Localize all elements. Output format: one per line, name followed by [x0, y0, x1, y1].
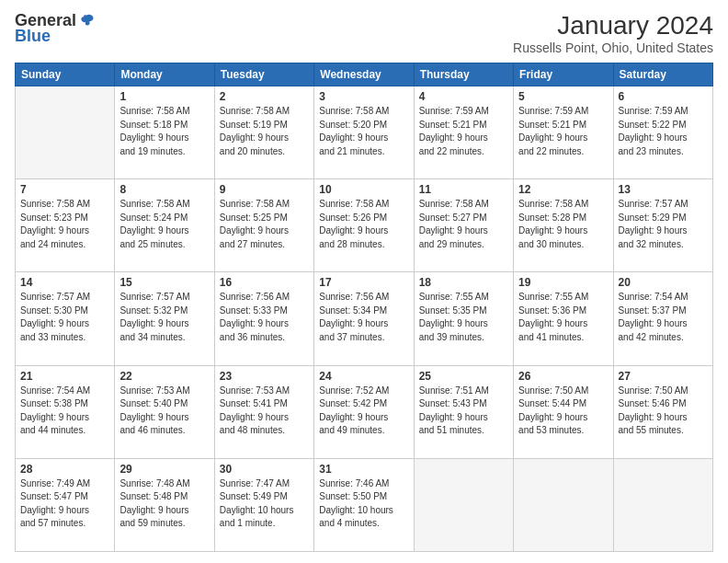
day-info: Sunrise: 7:55 AMSunset: 5:35 PMDaylight:…: [419, 291, 508, 344]
day-number: 27: [619, 370, 708, 383]
col-thursday: Thursday: [414, 63, 513, 86]
day-number: 11: [419, 183, 508, 196]
month-title: January 2024: [513, 11, 713, 40]
col-sunday: Sunday: [16, 63, 115, 86]
day-info: Sunrise: 7:58 AMSunset: 5:27 PMDaylight:…: [419, 198, 508, 251]
col-tuesday: Tuesday: [214, 63, 313, 86]
day-number: 24: [319, 370, 408, 383]
day-number: 7: [20, 183, 109, 196]
day-info: Sunrise: 7:56 AMSunset: 5:33 PMDaylight:…: [220, 291, 309, 344]
day-cell: 26Sunrise: 7:50 AMSunset: 5:44 PMDayligh…: [514, 365, 613, 458]
day-number: 5: [518, 90, 608, 103]
day-number: 25: [419, 370, 508, 383]
day-number: 4: [419, 90, 508, 103]
day-info: Sunrise: 7:57 AMSunset: 5:32 PMDaylight:…: [119, 291, 209, 344]
day-cell: 17Sunrise: 7:56 AMSunset: 5:34 PMDayligh…: [314, 272, 414, 365]
day-cell: 14Sunrise: 7:57 AMSunset: 5:30 PMDayligh…: [16, 272, 115, 365]
day-cell: 12Sunrise: 7:58 AMSunset: 5:28 PMDayligh…: [514, 179, 613, 272]
day-cell: 25Sunrise: 7:51 AMSunset: 5:43 PMDayligh…: [414, 365, 513, 458]
week-row-4: 21Sunrise: 7:54 AMSunset: 5:38 PMDayligh…: [16, 365, 713, 458]
day-info: Sunrise: 7:50 AMSunset: 5:46 PMDaylight:…: [619, 385, 708, 438]
day-info: Sunrise: 7:57 AMSunset: 5:30 PMDaylight:…: [20, 291, 109, 344]
day-info: Sunrise: 7:53 AMSunset: 5:40 PMDaylight:…: [119, 385, 209, 438]
day-number: 6: [619, 90, 708, 103]
day-cell: 29Sunrise: 7:48 AMSunset: 5:48 PMDayligh…: [115, 458, 214, 551]
week-row-1: 1Sunrise: 7:58 AMSunset: 5:18 PMDaylight…: [16, 86, 713, 179]
day-number: 18: [419, 276, 508, 289]
day-info: Sunrise: 7:59 AMSunset: 5:21 PMDaylight:…: [518, 105, 608, 158]
title-area: January 2024 Russells Point, Ohio, Unite…: [513, 11, 713, 55]
day-info: Sunrise: 7:59 AMSunset: 5:21 PMDaylight:…: [419, 105, 508, 158]
day-info: Sunrise: 7:47 AMSunset: 5:49 PMDaylight:…: [220, 477, 309, 531]
day-cell: 9Sunrise: 7:58 AMSunset: 5:25 PMDaylight…: [214, 179, 313, 272]
day-cell: 11Sunrise: 7:58 AMSunset: 5:27 PMDayligh…: [414, 179, 513, 272]
day-number: 20: [619, 276, 708, 289]
day-cell: [414, 458, 513, 551]
page: General Blue January 2024 Russells Point…: [0, 0, 728, 563]
day-number: 8: [119, 183, 209, 196]
day-cell: 7Sunrise: 7:58 AMSunset: 5:23 PMDaylight…: [16, 179, 115, 272]
day-cell: 10Sunrise: 7:58 AMSunset: 5:26 PMDayligh…: [314, 179, 414, 272]
day-cell: 1Sunrise: 7:58 AMSunset: 5:18 PMDaylight…: [115, 86, 214, 179]
week-row-2: 7Sunrise: 7:58 AMSunset: 5:23 PMDaylight…: [16, 179, 713, 272]
day-cell: [514, 458, 613, 551]
day-number: 13: [619, 183, 708, 196]
col-wednesday: Wednesday: [314, 63, 414, 86]
day-info: Sunrise: 7:46 AMSunset: 5:50 PMDaylight:…: [319, 477, 408, 531]
day-cell: [613, 458, 712, 551]
day-cell: 4Sunrise: 7:59 AMSunset: 5:21 PMDaylight…: [414, 86, 513, 179]
day-cell: 27Sunrise: 7:50 AMSunset: 5:46 PMDayligh…: [613, 365, 712, 458]
day-info: Sunrise: 7:58 AMSunset: 5:24 PMDaylight:…: [119, 198, 209, 251]
col-monday: Monday: [115, 63, 214, 86]
day-number: 9: [220, 183, 309, 196]
day-cell: 31Sunrise: 7:46 AMSunset: 5:50 PMDayligh…: [314, 458, 414, 551]
day-cell: 2Sunrise: 7:58 AMSunset: 5:19 PMDaylight…: [214, 86, 313, 179]
day-info: Sunrise: 7:57 AMSunset: 5:29 PMDaylight:…: [619, 198, 708, 251]
day-info: Sunrise: 7:55 AMSunset: 5:36 PMDaylight:…: [518, 291, 608, 344]
day-number: 15: [119, 276, 209, 289]
day-info: Sunrise: 7:49 AMSunset: 5:47 PMDaylight:…: [20, 477, 109, 531]
logo-bird-icon: [78, 13, 95, 29]
day-info: Sunrise: 7:58 AMSunset: 5:19 PMDaylight:…: [220, 105, 309, 158]
day-cell: 13Sunrise: 7:57 AMSunset: 5:29 PMDayligh…: [613, 179, 712, 272]
day-cell: 22Sunrise: 7:53 AMSunset: 5:40 PMDayligh…: [115, 365, 214, 458]
week-row-5: 28Sunrise: 7:49 AMSunset: 5:47 PMDayligh…: [16, 458, 713, 551]
day-number: 17: [319, 276, 408, 289]
day-number: 2: [220, 90, 309, 103]
day-cell: 24Sunrise: 7:52 AMSunset: 5:42 PMDayligh…: [314, 365, 414, 458]
day-number: 26: [518, 370, 608, 383]
day-info: Sunrise: 7:58 AMSunset: 5:20 PMDaylight:…: [319, 105, 408, 158]
day-cell: 6Sunrise: 7:59 AMSunset: 5:22 PMDaylight…: [613, 86, 712, 179]
day-cell: 28Sunrise: 7:49 AMSunset: 5:47 PMDayligh…: [16, 458, 115, 551]
day-cell: 15Sunrise: 7:57 AMSunset: 5:32 PMDayligh…: [115, 272, 214, 365]
day-number: 12: [518, 183, 608, 196]
day-number: 14: [20, 276, 109, 289]
day-cell: 19Sunrise: 7:55 AMSunset: 5:36 PMDayligh…: [514, 272, 613, 365]
col-saturday: Saturday: [613, 63, 712, 86]
day-info: Sunrise: 7:50 AMSunset: 5:44 PMDaylight:…: [518, 385, 608, 438]
day-number: 23: [220, 370, 309, 383]
day-info: Sunrise: 7:58 AMSunset: 5:23 PMDaylight:…: [20, 198, 109, 251]
day-number: 31: [319, 463, 408, 476]
day-number: 1: [119, 90, 209, 103]
day-info: Sunrise: 7:54 AMSunset: 5:38 PMDaylight:…: [20, 385, 109, 438]
week-row-3: 14Sunrise: 7:57 AMSunset: 5:30 PMDayligh…: [16, 272, 713, 365]
day-info: Sunrise: 7:53 AMSunset: 5:41 PMDaylight:…: [220, 385, 309, 438]
day-number: 3: [319, 90, 408, 103]
day-cell: [16, 86, 115, 179]
col-friday: Friday: [514, 63, 613, 86]
logo-blue-text: Blue: [15, 27, 51, 46]
day-number: 21: [20, 370, 109, 383]
day-info: Sunrise: 7:58 AMSunset: 5:18 PMDaylight:…: [119, 105, 209, 158]
day-cell: 30Sunrise: 7:47 AMSunset: 5:49 PMDayligh…: [214, 458, 313, 551]
day-number: 30: [220, 463, 309, 476]
location: Russells Point, Ohio, United States: [513, 40, 713, 55]
day-number: 16: [220, 276, 309, 289]
day-cell: 21Sunrise: 7:54 AMSunset: 5:38 PMDayligh…: [16, 365, 115, 458]
day-info: Sunrise: 7:59 AMSunset: 5:22 PMDaylight:…: [619, 105, 708, 158]
logo: General Blue: [15, 11, 95, 46]
day-number: 22: [119, 370, 209, 383]
day-info: Sunrise: 7:48 AMSunset: 5:48 PMDaylight:…: [119, 477, 209, 531]
day-info: Sunrise: 7:58 AMSunset: 5:26 PMDaylight:…: [319, 198, 408, 251]
day-info: Sunrise: 7:58 AMSunset: 5:28 PMDaylight:…: [518, 198, 608, 251]
